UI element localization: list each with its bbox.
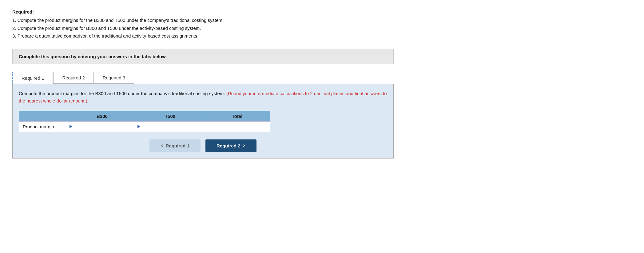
required-item-2: 2. Compute the product margins for B300 … [12, 24, 394, 32]
table-header-total: Total [204, 111, 270, 121]
required-item-1: 1. Compute the product margins for the B… [12, 16, 394, 24]
required-header: Required: [12, 9, 394, 14]
tab-content-required-1: Compute the product margins for the B300… [12, 84, 394, 159]
table-header-empty [19, 111, 68, 121]
tab-required-1[interactable]: Required 1 [12, 72, 53, 84]
t500-input-cell[interactable] [136, 121, 204, 132]
prev-chevron: < [161, 143, 163, 148]
next-button[interactable]: Required 2 > [205, 139, 256, 152]
total-input-cell[interactable] [204, 121, 270, 132]
table-header-b300: B300 [68, 111, 136, 121]
b300-input-indicator [70, 125, 72, 128]
tab-required-3-label: Required 3 [103, 75, 125, 80]
next-chevron: > [243, 143, 245, 148]
prev-button[interactable]: < Required 1 [149, 139, 201, 152]
next-button-label: Required 2 [217, 143, 241, 148]
product-margin-table: B300 T500 Total Product margin [19, 111, 270, 132]
table-header-t500: T500 [136, 111, 204, 121]
description-main: Compute the product margins for the B300… [19, 91, 225, 96]
total-input[interactable] [204, 122, 270, 132]
required-list: 1. Compute the product margins for the B… [12, 16, 394, 40]
required-item-3: 3. Prepare a quantitative comparison of … [12, 32, 394, 40]
navigation-buttons: < Required 1 Required 2 > [19, 139, 387, 152]
prev-button-label: Required 1 [165, 143, 189, 148]
row-label-product-margin: Product margin [19, 121, 68, 132]
tab-required-2[interactable]: Required 2 [53, 72, 93, 84]
instruction-text: Complete this question by entering your … [19, 54, 387, 59]
tab-description: Compute the product margins for the B300… [19, 90, 387, 105]
table-row: Product margin [19, 121, 270, 132]
b300-input-cell[interactable] [68, 121, 136, 132]
tab-required-1-label: Required 1 [22, 75, 44, 81]
instruction-box: Complete this question by entering your … [12, 49, 394, 64]
tabs-container: Required 1 Required 2 Required 3 [12, 72, 394, 84]
t500-input-indicator [137, 125, 140, 128]
tab-required-2-label: Required 2 [62, 75, 85, 80]
required-section: Required: 1. Compute the product margins… [12, 9, 394, 40]
t500-input[interactable] [136, 122, 204, 132]
tab-required-3[interactable]: Required 3 [94, 72, 134, 84]
b300-input[interactable] [68, 122, 136, 132]
